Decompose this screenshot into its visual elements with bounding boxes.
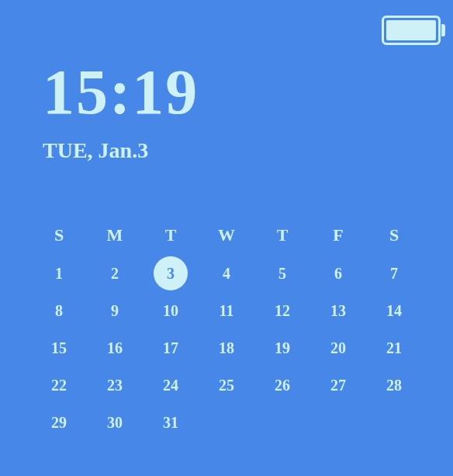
calendar-day[interactable]: 21 [366,339,422,357]
calendar-day[interactable]: 20 [310,339,366,357]
calendar-day[interactable]: 22 [31,376,87,394]
calendar-day[interactable]: 27 [310,376,366,394]
calendar-header: S M T W T F S [31,225,422,245]
calendar-day[interactable]: 23 [87,376,143,394]
calendar-day[interactable]: 31 [143,413,199,432]
calendar: S M T W T F S 12345678910111213141516171… [31,225,422,432]
calendar-day[interactable]: 13 [310,301,366,320]
clock-date: TUE, Jan.3 [43,138,199,163]
calendar-day[interactable]: 14 [366,301,422,320]
day-header-tue: T [143,225,199,245]
day-header-mon: M [87,225,143,245]
clock-time: 15:19 [43,61,199,124]
calendar-day[interactable]: 15 [31,339,87,357]
day-header-sat: S [366,225,422,245]
calendar-day[interactable]: 8 [31,301,87,320]
calendar-day-today[interactable]: 3 [143,264,199,283]
calendar-day[interactable]: 28 [366,376,422,394]
calendar-day[interactable]: 2 [87,264,143,283]
calendar-day[interactable]: 6 [310,264,366,283]
calendar-day[interactable]: 17 [143,339,199,357]
battery-body [382,16,441,45]
day-header-wed: W [199,225,254,245]
calendar-day[interactable]: 29 [31,413,87,432]
calendar-day-empty [310,413,366,432]
calendar-day[interactable]: 10 [143,301,199,320]
day-header-thu: T [254,225,310,245]
day-header-sun: S [31,225,87,245]
calendar-day[interactable]: 11 [199,301,254,320]
calendar-day-empty [366,413,422,432]
calendar-day[interactable]: 12 [254,301,310,320]
calendar-day[interactable]: 9 [87,301,143,320]
time-date-block: 15:19 TUE, Jan.3 [43,61,199,163]
calendar-day[interactable]: 18 [199,339,254,357]
calendar-day[interactable]: 24 [143,376,199,394]
calendar-day[interactable]: 30 [87,413,143,432]
calendar-day-empty [199,413,254,432]
calendar-day[interactable]: 16 [87,339,143,357]
battery-indicator [382,16,445,45]
day-header-fri: F [310,225,366,245]
calendar-day-empty [254,413,310,432]
calendar-day[interactable]: 4 [199,264,254,283]
calendar-day[interactable]: 26 [254,376,310,394]
calendar-day[interactable]: 5 [254,264,310,283]
battery-tip [441,24,445,36]
calendar-day[interactable]: 7 [366,264,422,283]
calendar-grid: 1234567891011121314151617181920212223242… [31,264,422,432]
calendar-day[interactable]: 19 [254,339,310,357]
battery-fill [386,20,436,40]
calendar-day[interactable]: 1 [31,264,87,283]
calendar-day[interactable]: 25 [199,376,254,394]
